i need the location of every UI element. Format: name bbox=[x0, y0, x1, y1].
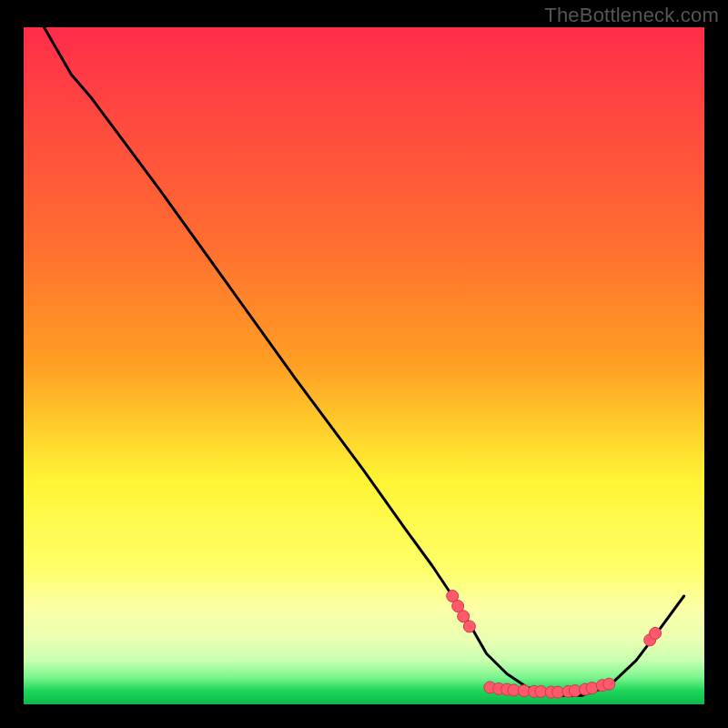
chart-container: TheBottleneck.com bbox=[0, 0, 728, 728]
attribution-text: TheBottleneck.com bbox=[544, 4, 719, 27]
svg-point-4 bbox=[463, 621, 475, 632]
bottleneck-chart bbox=[0, 0, 728, 728]
svg-point-19 bbox=[603, 678, 615, 690]
svg-point-21 bbox=[650, 627, 662, 639]
svg-rect-0 bbox=[24, 27, 704, 704]
